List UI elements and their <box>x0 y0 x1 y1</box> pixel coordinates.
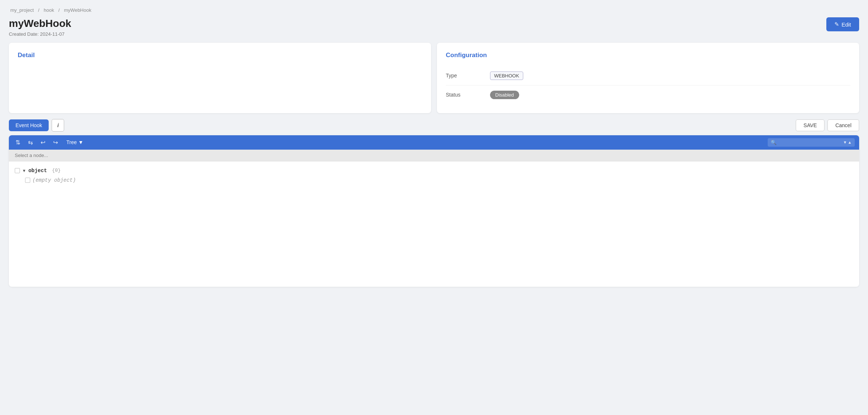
breadcrumb-part-2[interactable]: hook <box>44 7 54 13</box>
breadcrumb-sep-2: / <box>58 7 60 13</box>
toolbar-right: SAVE Cancel <box>796 119 859 131</box>
breadcrumb: my_project / hook / myWebHook <box>9 7 859 13</box>
breadcrumb-part-3[interactable]: myWebHook <box>64 7 91 13</box>
cards-row: Detail Configuration Type WEBHOOK Status… <box>9 43 859 113</box>
page-header: myWebHook Created Date: 2024-11-07 ✎ Edi… <box>9 17 859 37</box>
info-icon: i <box>57 122 59 128</box>
edit-button[interactable]: ✎ Edit <box>826 17 859 31</box>
edit-icon: ✎ <box>834 21 839 28</box>
title-block: myWebHook Created Date: 2024-11-07 <box>9 17 71 37</box>
config-status-label: Status <box>446 92 490 98</box>
tree-label: Tree <box>66 139 77 145</box>
json-content-area[interactable]: ▼ object {0} (empty object) <box>9 161 859 287</box>
cancel-button[interactable]: Cancel <box>827 119 859 131</box>
detail-card: Detail <box>9 43 431 113</box>
root-chevron-icon[interactable]: ▼ <box>22 168 26 173</box>
breadcrumb-part-1[interactable]: my_project <box>10 7 34 13</box>
info-button[interactable]: i <box>52 119 64 132</box>
type-badge: WEBHOOK <box>490 72 523 80</box>
root-key: object <box>28 168 47 174</box>
json-search-input[interactable] <box>779 140 841 145</box>
chevron-down-icon: ▼ <box>78 139 83 145</box>
detail-card-title: Detail <box>18 52 422 59</box>
config-card: Configuration Type WEBHOOK Status Disabl… <box>437 43 859 113</box>
json-root-row[interactable]: ▼ object {0} <box>9 166 859 175</box>
save-button[interactable]: SAVE <box>796 119 824 131</box>
edit-button-label: Edit <box>841 21 851 28</box>
toolbar-left: Event Hook i <box>9 119 64 132</box>
search-filter-icon[interactable]: ▼ <box>843 140 847 144</box>
action-toolbar: Event Hook i SAVE Cancel <box>9 119 859 132</box>
search-up-icon[interactable]: ▲ <box>848 140 852 144</box>
tree-view-dropdown[interactable]: Tree ▼ <box>63 138 86 146</box>
created-date: Created Date: 2024-11-07 <box>9 31 71 37</box>
page-title: myWebHook <box>9 17 71 30</box>
config-card-title: Configuration <box>446 52 850 59</box>
event-hook-button[interactable]: Event Hook <box>9 119 49 131</box>
node-selection-text: Select a node... <box>15 153 48 158</box>
search-nav-arrows: ▼ ▲ <box>843 140 852 144</box>
collapse-all-icon[interactable]: ⇆ <box>26 139 35 146</box>
node-selection-bar: Select a node... <box>9 150 859 161</box>
undo-icon[interactable]: ↩ <box>38 139 47 146</box>
config-type-row: Type WEBHOOK <box>446 66 850 86</box>
root-checkbox[interactable] <box>15 168 20 173</box>
expand-all-icon[interactable]: ⇅ <box>13 139 22 146</box>
empty-object-text: (empty object) <box>32 177 76 183</box>
json-editor: ⇅ ⇆ ↩ ↪ Tree ▼ 🔍 ▼ ▲ Select a node... ▼ … <box>9 135 859 287</box>
breadcrumb-sep-1: / <box>38 7 39 13</box>
config-status-row: Status Disabled <box>446 86 850 104</box>
json-empty-row[interactable]: (empty object) <box>19 175 859 185</box>
json-search-bar: 🔍 ▼ ▲ <box>768 138 855 147</box>
empty-checkbox[interactable] <box>25 178 30 183</box>
search-icon: 🔍 <box>771 140 777 145</box>
status-badge: Disabled <box>490 91 519 99</box>
json-editor-toolbar: ⇅ ⇆ ↩ ↪ Tree ▼ 🔍 ▼ ▲ <box>9 135 859 150</box>
config-type-label: Type <box>446 73 490 79</box>
root-count: {0} <box>49 168 60 173</box>
redo-icon[interactable]: ↪ <box>51 139 60 146</box>
